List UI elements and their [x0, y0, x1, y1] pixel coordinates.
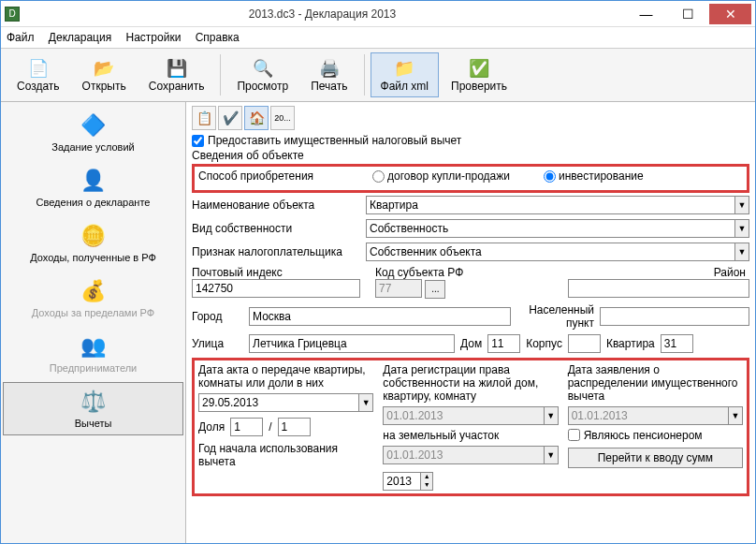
own-type-select[interactable]: ▼ [366, 219, 749, 238]
chevron-down-icon: ▼ [544, 446, 559, 464]
menu-file[interactable]: Файл [7, 31, 35, 44]
chevron-down-icon: ▼ [544, 406, 559, 425]
district-label: Район [714, 266, 746, 279]
open-button[interactable]: 📂Открыть [72, 52, 137, 97]
grant-deduction-checkbox[interactable] [192, 135, 204, 147]
obj-name-label: Наименование объекта [192, 198, 360, 212]
reg-date-picker[interactable]: ▼ [383, 406, 558, 425]
mini-toolbar: 📋 ✔️ 🏠 20... [192, 106, 749, 130]
acq-method-label: Способ приобретения [198, 169, 367, 183]
chevron-down-icon: ▼ [728, 406, 743, 425]
act-date-label: Дата акта о передаче квартиры, комнаты и… [198, 363, 373, 390]
object-section-title: Сведения об объекте [192, 149, 749, 162]
own-type-label: Вид собственности [192, 222, 360, 235]
settlement-input[interactable] [600, 307, 749, 326]
sidebar-biz: 👥Предприниматели [3, 327, 183, 380]
app-icon: D [5, 7, 20, 22]
person-icon: 👤 [79, 168, 109, 194]
xml-button[interactable]: 📁Файл xml [371, 52, 440, 97]
postal-label: Почтовый индекс [192, 266, 283, 279]
city-input[interactable] [249, 307, 511, 326]
coins-icon: 🪙 [79, 223, 109, 249]
minimize-button[interactable]: — [625, 4, 667, 24]
chevron-down-icon: ▼ [734, 243, 749, 261]
create-button[interactable]: 📄Создать [7, 52, 70, 97]
main-panel: 📋 ✔️ 🏠 20... Предоставить имущественный … [186, 102, 755, 543]
maximize-button[interactable]: ☐ [667, 4, 709, 24]
district-input[interactable] [568, 279, 749, 298]
grant-deduction-label: Предоставить имущественный налоговый выч… [208, 134, 461, 147]
share-den-input[interactable] [278, 418, 311, 436]
share-num-input[interactable] [230, 418, 263, 436]
diagram-icon: 🔷 [79, 112, 109, 139]
act-date-picker[interactable]: ▼ [198, 393, 373, 412]
city-label: Город [192, 310, 243, 323]
appl-date-label: Дата заявления о распределении имуществе… [568, 363, 743, 403]
land-date-picker[interactable]: ▼ [383, 446, 558, 464]
chevron-down-icon: ▼ [358, 393, 373, 412]
moneybag-icon: 💰 [79, 278, 109, 304]
street-label: Улица [192, 337, 243, 350]
print-button[interactable]: 🖨️Печать [300, 52, 357, 97]
menubar: Файл Декларация Настройки Справка [1, 27, 755, 49]
printer-icon: 🖨️ [318, 57, 341, 80]
sidebar-income-rf[interactable]: 🪙Доходы, полученные в РФ [3, 216, 183, 270]
subj-browse-button[interactable]: ... [425, 280, 445, 299]
year-label: Год начала использования вычета [198, 442, 373, 468]
acquisition-method-box: Способ приобретения договор купли-продаж… [192, 164, 749, 193]
toolbar: 📄Создать 📂Открыть 💾Сохранить 🔍Просмотр 🖨… [1, 49, 755, 102]
acq-purchase-radio[interactable]: договор купли-продажи [372, 169, 510, 183]
house-label: Дом [460, 337, 482, 350]
sidebar: 🔷Задание условий 👤Сведения о декларанте … [1, 102, 186, 543]
preview-button[interactable]: 🔍Просмотр [226, 52, 298, 97]
tab-standard-icon[interactable]: 📋 [192, 106, 216, 130]
menu-settings[interactable]: Настройки [126, 31, 182, 44]
land-label: на земельный участок [383, 429, 558, 442]
scales-icon: ⚖️ [79, 389, 109, 415]
year-spinner[interactable]: ▲▼ [383, 472, 558, 491]
pensioner-checkbox[interactable]: Являюсь пенсионером [568, 429, 743, 442]
flat-label: Квартира [606, 337, 655, 350]
chevron-down-icon: ▼ [734, 219, 749, 238]
people-icon: 👥 [79, 333, 109, 360]
appl-date-picker[interactable]: ▼ [568, 406, 743, 425]
sidebar-deductions[interactable]: ⚖️Вычеты [3, 382, 183, 435]
taxpayer-select[interactable]: ▼ [366, 243, 749, 261]
reg-date-label: Дата регистрации права собственности на … [383, 363, 558, 403]
window-title: 2013.dc3 - Декларация 2013 [20, 7, 625, 21]
folder-open-icon: 📂 [93, 57, 115, 80]
titlebar: D 2013.dc3 - Декларация 2013 — ☐ ✕ [1, 1, 755, 27]
floppy-icon: 💾 [166, 57, 188, 80]
acq-invest-radio[interactable]: инвестирование [544, 169, 644, 183]
street-input[interactable] [249, 334, 455, 353]
close-button[interactable]: ✕ [709, 4, 751, 24]
tab-social-icon[interactable]: ✔️ [218, 106, 242, 130]
block-label: Корпус [526, 337, 562, 350]
tab-property-icon[interactable]: 🏠 [244, 106, 269, 130]
share-label: Доля [198, 420, 225, 434]
taxpayer-label: Признак налогоплательщика [192, 245, 360, 258]
obj-name-select[interactable]: ▼ [366, 196, 749, 214]
settlement-label: Населенный пункт [516, 303, 594, 330]
dates-box: Дата акта о передаче квартиры, комнаты и… [192, 358, 749, 496]
sidebar-declarant[interactable]: 👤Сведения о декларанте [3, 161, 183, 214]
check-button[interactable]: ✅Проверить [441, 52, 517, 97]
sidebar-conditions[interactable]: 🔷Задание условий [3, 106, 183, 159]
new-file-icon: 📄 [27, 57, 50, 80]
check-icon: ✅ [468, 57, 490, 80]
block-input[interactable] [568, 334, 601, 353]
postal-input[interactable] [192, 279, 360, 298]
menu-declaration[interactable]: Декларация [49, 31, 111, 44]
goto-sums-button[interactable]: Перейти к вводу сумм [568, 448, 743, 468]
chevron-down-icon: ▼ [734, 196, 749, 214]
flat-input[interactable] [661, 334, 693, 353]
tab-carryover-icon[interactable]: 20... [270, 106, 295, 130]
house-input[interactable] [487, 334, 520, 353]
subj-label: Код субъекта РФ [375, 266, 463, 279]
magnifier-icon: 🔍 [252, 57, 274, 80]
folder-arrow-icon: 📁 [393, 57, 415, 80]
sidebar-income-out: 💰Доходы за пределами РФ [3, 272, 183, 325]
subj-input [375, 279, 422, 298]
menu-help[interactable]: Справка [196, 31, 240, 44]
save-button[interactable]: 💾Сохранить [138, 52, 215, 97]
